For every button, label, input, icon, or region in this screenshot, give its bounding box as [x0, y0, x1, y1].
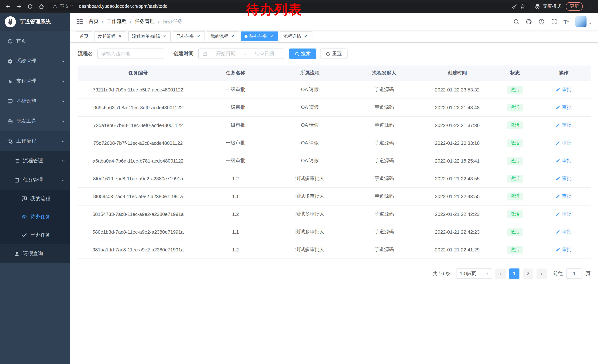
- toolbox-icon: [8, 118, 13, 124]
- process-name-input[interactable]: [97, 49, 164, 59]
- cell-process: 测试多审批人: [273, 205, 347, 223]
- breadcrumb-home[interactable]: 首页: [89, 18, 99, 25]
- browser-home-button[interactable]: [37, 2, 45, 10]
- sidebar-collapse-icon[interactable]: [76, 18, 83, 25]
- active-dot: [245, 35, 248, 38]
- tab-home[interactable]: 首页: [76, 32, 92, 41]
- approve-link[interactable]: 审批: [556, 246, 572, 253]
- search-button[interactable]: 搜索: [289, 49, 316, 59]
- approve-link[interactable]: 审批: [556, 175, 572, 182]
- sidebar-item-process-mgmt[interactable]: 流程管理: [0, 151, 70, 170]
- cell-task-name: 1.2: [198, 205, 273, 223]
- approve-link[interactable]: 审批: [556, 86, 572, 93]
- tab-start-process[interactable]: 发起流程 ×: [94, 32, 126, 41]
- sidebar-item-infra[interactable]: 基础设施: [0, 91, 70, 111]
- cell-created: 2022-01-21 22:41:29: [422, 241, 493, 259]
- rabbit-logo-icon: [7, 18, 14, 25]
- app-logo-image: [5, 16, 16, 27]
- password-key-icon[interactable]: [512, 4, 517, 9]
- sidebar-item-devtools[interactable]: 研发工具: [0, 111, 70, 131]
- close-icon[interactable]: ×: [230, 34, 235, 39]
- table-row: 8f059c03-7ac8-11ec-a9e2-a2380e71991a 1.1…: [78, 187, 590, 205]
- cell-task-id: 069c6a63-7b8a-11ec-8ef0-acde48001122: [78, 98, 198, 116]
- pagination-total: 共 16 条: [432, 270, 450, 277]
- status-badge: 激活: [507, 157, 523, 165]
- approve-link[interactable]: 审批: [556, 104, 572, 111]
- search-icon[interactable]: [513, 18, 519, 25]
- approve-link[interactable]: 审批: [556, 122, 572, 129]
- cell-status: 激活: [493, 170, 537, 187]
- sidebar-item-leave-query[interactable]: 请假查询: [0, 244, 70, 263]
- page-button-1[interactable]: 1: [509, 268, 519, 279]
- browser-reload-button[interactable]: [26, 2, 34, 10]
- bookmark-star-icon[interactable]: [520, 4, 525, 9]
- table-row: 381aa1dd-7ac8-11ec-a9e2-a2380e71991a 1.2…: [78, 241, 590, 259]
- approve-link[interactable]: 审批: [556, 193, 572, 200]
- breadcrumb-workflow[interactable]: 工作流程: [107, 18, 127, 25]
- close-icon[interactable]: ×: [269, 34, 274, 39]
- sidebar-item-my-process[interactable]: 我的流程: [0, 190, 70, 208]
- breadcrumb-task-mgmt[interactable]: 任务管理: [135, 18, 155, 25]
- cell-created: 2022-01-22 21:37:30: [422, 116, 493, 134]
- app-logo[interactable]: 芋道管理系统: [0, 13, 70, 31]
- approve-link[interactable]: 审批: [556, 140, 572, 146]
- table-row: a6aba0a4-7b6d-11ec-b781-acde48001122 一级审…: [78, 152, 590, 170]
- cell-task-id: 8f0d1619-7ac8-11ec-a9e2-a2380e71991a: [78, 170, 198, 187]
- page-size-select[interactable]: 10条/页 ▾: [456, 268, 492, 279]
- filter-form: 流程名 创建时间 开始日期 - 结束日期 搜索 重: [78, 49, 590, 59]
- cell-status: 激活: [493, 223, 537, 241]
- goto-page-input[interactable]: [566, 268, 582, 279]
- cell-action: 审批: [537, 205, 590, 223]
- workflow-submenu: 流程管理 任务管理 我的流程 待办任务 已办: [0, 151, 70, 263]
- approve-link[interactable]: 审批: [556, 228, 572, 235]
- close-icon[interactable]: ×: [117, 34, 123, 39]
- cell-task-name: 一级审批: [198, 81, 273, 98]
- help-icon[interactable]: [538, 18, 544, 25]
- status-badge: 激活: [507, 121, 523, 129]
- browser-back-button[interactable]: [4, 2, 12, 10]
- cell-task-name: 一级审批: [198, 116, 273, 134]
- next-page-button[interactable]: ›: [537, 268, 547, 279]
- cell-action: 审批: [537, 223, 590, 241]
- tab-process-detail[interactable]: 流程详情 ×: [280, 32, 312, 41]
- address-bar[interactable]: 不安全 dashboard.yudao.iocoder.cn/bpm/task/…: [48, 2, 530, 11]
- cell-initiator: 芋道源码: [347, 134, 421, 152]
- prev-page-button[interactable]: ‹: [495, 268, 506, 279]
- page-size-value: 10条/页: [460, 270, 476, 277]
- close-icon[interactable]: ×: [303, 34, 308, 39]
- browser-update-button[interactable]: 更新: [566, 2, 583, 11]
- edit-pen-icon: [556, 176, 560, 181]
- sidebar-item-system[interactable]: 系统管理: [0, 51, 70, 71]
- tab-process-form-edit[interactable]: 流程表单-编辑 ×: [128, 32, 171, 41]
- tab-done-task[interactable]: 已办任务 ×: [173, 32, 205, 41]
- sidebar-item-task-mgmt[interactable]: 任务管理: [0, 170, 70, 190]
- fullscreen-icon[interactable]: [551, 18, 557, 25]
- sidebar-item-done-task[interactable]: 已办任务: [0, 226, 70, 244]
- sidebar-item-payment[interactable]: ¥ 支付管理: [0, 71, 70, 91]
- approve-link-label: 审批: [562, 104, 572, 111]
- browser-forward-button[interactable]: [15, 2, 23, 10]
- reset-button[interactable]: 重置: [320, 49, 347, 59]
- approve-link[interactable]: 审批: [556, 211, 572, 217]
- create-time-range-picker[interactable]: 开始日期 - 结束日期: [198, 49, 284, 59]
- sidebar-item-workflow[interactable]: 工作流程: [0, 131, 70, 151]
- user-menu[interactable]: [575, 16, 592, 27]
- font-size-icon[interactable]: TT: [563, 19, 569, 24]
- security-label: 不安全: [60, 3, 73, 9]
- sidebar-item-todo-task[interactable]: 待办任务: [0, 208, 70, 226]
- table-row: 069c6a63-7b8a-11ec-8ef0-acde48001122 一级审…: [78, 98, 590, 116]
- browser-menu-icon[interactable]: ⋮: [586, 3, 594, 10]
- sidebar-item-home[interactable]: 首页: [0, 31, 70, 51]
- cell-created: 2022-01-21 22:43:55: [422, 187, 493, 205]
- tab-todo-task[interactable]: 待办任务 ×: [241, 32, 278, 41]
- approve-link[interactable]: 审批: [556, 157, 572, 164]
- sidebar-item-label: 工作流程: [16, 138, 36, 145]
- tab-my-process[interactable]: 我的流程 ×: [207, 32, 239, 41]
- cell-task-name: 1.1: [198, 187, 273, 205]
- page-button-2[interactable]: 2: [523, 268, 533, 279]
- github-icon[interactable]: [526, 18, 532, 25]
- close-icon[interactable]: ×: [162, 34, 167, 39]
- cell-status: 激活: [493, 98, 537, 116]
- close-icon[interactable]: ×: [196, 34, 201, 39]
- chevron-down-icon: [61, 99, 65, 103]
